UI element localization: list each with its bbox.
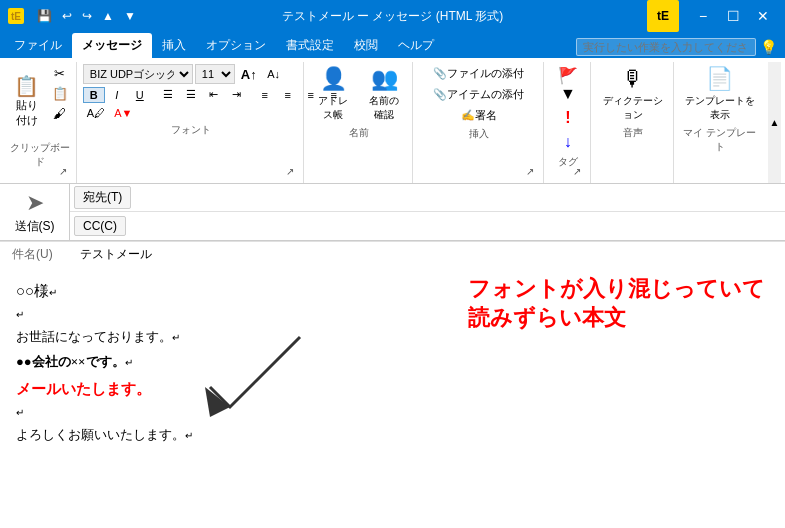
title-bar: tE 💾 ↩ ↪ ▲ ▼ テストメール ー メッセージ (HTML 形式) tE…: [0, 0, 785, 32]
italic-button[interactable]: I: [106, 87, 128, 103]
font-row2: B I U ☰ ☰ ⇤ ⇥ ≡ ≡ ≡ ≡: [83, 86, 299, 103]
cc-button[interactable]: CC(C): [74, 216, 126, 236]
bold-button[interactable]: B: [83, 87, 105, 103]
body-line-2: ●●会社の××です。↵: [16, 352, 769, 373]
tags-controls: 🚩▼ ! ↓: [550, 64, 586, 153]
insert-label: 挿入: [419, 127, 539, 141]
to-field[interactable]: [135, 189, 785, 207]
annotation-arrow: [200, 327, 320, 430]
font-label: フォント: [83, 123, 299, 137]
dictate-icon: 🎙: [622, 66, 644, 92]
increase-font-button[interactable]: A↑: [237, 65, 261, 84]
insert-expand-icon[interactable]: ↗: [526, 166, 540, 180]
names-group: 👤 アドレス帳 👥 名前の確認 名前: [306, 62, 413, 183]
tab-format[interactable]: 書式設定: [276, 33, 344, 58]
quick-access: 💾 ↩ ↪ ▲ ▼: [34, 7, 139, 25]
body-line-4: よろしくお願いいたします。↵: [16, 425, 769, 446]
ribbon-content: 📋 貼り付け ✂ 📋 🖌 クリップボード ↗ BIZ UDPゴシック 11 A↑: [0, 58, 785, 184]
insert-group: 📎 ファイルの添付 📎 アイテムの添付 ✍ 署名 挿入 ↗: [415, 62, 544, 183]
dictate-button[interactable]: 🎙 ディクテーション: [597, 64, 669, 124]
importance-high-button[interactable]: !: [557, 107, 579, 129]
font-group: BIZ UDPゴシック 11 A↑ A↓ B I U ☰ ☰ ⇤ ⇥ ≡ ≡: [79, 62, 304, 183]
save-button[interactable]: 💾: [34, 7, 55, 25]
header-rows: 宛先(T) CC(C): [70, 184, 785, 240]
font-size-select[interactable]: 11: [195, 64, 235, 84]
subject-value: テストメール: [80, 246, 785, 263]
align-center-button[interactable]: ≡: [277, 87, 299, 103]
minimize-button[interactable]: −: [689, 5, 717, 27]
subject-label: 件名(U): [0, 246, 80, 263]
mail-body[interactable]: ○○様↵ ↵ お世話になっております。↵ ●●会社の××です。↵ メールいたしま…: [0, 267, 785, 528]
tab-insert[interactable]: 挿入: [152, 33, 196, 58]
decrease-font-button[interactable]: A↓: [263, 66, 285, 82]
format-painter-button[interactable]: 🖌: [48, 104, 72, 123]
redo-button[interactable]: ↪: [79, 7, 95, 25]
templates-label: マイ テンプレート: [680, 126, 760, 154]
clipboard-expand-icon[interactable]: ↗: [59, 166, 73, 180]
app-icon-text: tE: [11, 11, 21, 22]
font-color-button[interactable]: A▼: [110, 105, 136, 121]
font-row1: BIZ UDPゴシック 11 A↑ A↓: [83, 64, 299, 84]
up-button[interactable]: ▲: [99, 7, 117, 25]
header-area: ➤ 送信(S) 宛先(T) CC(C): [0, 184, 785, 241]
tags-expand-icon[interactable]: ↗: [573, 166, 587, 180]
title-bar-left: tE 💾 ↩ ↪ ▲ ▼: [8, 7, 139, 25]
paste-button[interactable]: 📋 貼り付け: [8, 64, 46, 139]
tab-message[interactable]: メッセージ: [72, 33, 152, 58]
body-line-3: メールいたします。: [16, 377, 769, 401]
increase-indent-button[interactable]: ⇥: [226, 86, 248, 103]
show-templates-button[interactable]: 📄 テンプレートを表示: [680, 64, 760, 124]
search-input[interactable]: [576, 38, 756, 56]
check-names-button[interactable]: 👥 名前の確認: [361, 64, 408, 124]
tags-group: 🚩▼ ! ↓ タグ ↗: [546, 62, 591, 183]
cc-field[interactable]: [130, 217, 785, 235]
ribbon-collapse-button[interactable]: ▲: [768, 62, 781, 183]
bullet-list-button[interactable]: ☰: [157, 86, 179, 103]
attach-file-button[interactable]: 📎 ファイルの添付: [419, 64, 539, 83]
lightbulb-icon: 💡: [760, 39, 777, 55]
font-expand-icon[interactable]: ↗: [286, 166, 300, 180]
flag-button[interactable]: 🚩▼: [550, 64, 586, 105]
names-label: 名前: [310, 126, 408, 140]
copy-button[interactable]: 📋: [48, 84, 72, 103]
importance-low-button[interactable]: ↓: [557, 131, 579, 153]
tab-help[interactable]: ヘルプ: [388, 33, 444, 58]
cut-button[interactable]: ✂: [48, 64, 72, 83]
down-button[interactable]: ▼: [121, 7, 139, 25]
outlook-icon: tE: [647, 0, 679, 32]
ribbon-tabs: ファイル メッセージ 挿入 オプション 書式設定 校閲 ヘルプ 💡: [0, 32, 785, 58]
send-icon: ➤: [26, 190, 44, 216]
voice-group: 🎙 ディクテーション 音声: [593, 62, 674, 183]
body-greeting: ○○様↵: [16, 279, 769, 303]
compose-area: ➤ 送信(S) 宛先(T) CC(C) 件名(U) テストメール ○○様↵ ↵ …: [0, 184, 785, 528]
send-area: ➤ 送信(S): [0, 184, 70, 240]
undo-button[interactable]: ↩: [59, 7, 75, 25]
address-book-button[interactable]: 👤 アドレス帳: [310, 64, 357, 124]
clipboard-small: ✂ 📋 🖌: [48, 64, 72, 139]
to-row: 宛先(T): [70, 184, 785, 212]
templates-group: 📄 テンプレートを表示 マイ テンプレート: [676, 62, 764, 183]
tab-review[interactable]: 校閲: [344, 33, 388, 58]
address-book-icon: 👤: [320, 66, 347, 92]
window-title: テストメール ー メッセージ (HTML 形式): [282, 8, 504, 25]
maximize-button[interactable]: ☐: [719, 5, 747, 27]
highlight-button[interactable]: A🖊: [83, 105, 109, 121]
signature-button[interactable]: ✍ 署名: [419, 106, 539, 125]
decrease-indent-button[interactable]: ⇤: [203, 86, 225, 103]
font-family-select[interactable]: BIZ UDPゴシック: [83, 64, 193, 84]
voice-label: 音声: [597, 126, 669, 140]
to-button[interactable]: 宛先(T): [74, 186, 131, 209]
body-line-1: お世話になっております。↵: [16, 327, 769, 348]
app-icon: tE: [8, 8, 24, 24]
cc-row: CC(C): [70, 212, 785, 240]
numbered-list-button[interactable]: ☰: [180, 86, 202, 103]
attach-item-button[interactable]: 📎 アイテムの添付: [419, 85, 539, 104]
clipboard-group: 📋 貼り付け ✂ 📋 🖌 クリップボード ↗: [4, 62, 77, 183]
close-button[interactable]: ✕: [749, 5, 777, 27]
tab-file[interactable]: ファイル: [4, 33, 72, 58]
tab-options[interactable]: オプション: [196, 33, 276, 58]
align-left-button[interactable]: ≡: [254, 87, 276, 103]
underline-button[interactable]: U: [129, 87, 151, 103]
font-controls: BIZ UDPゴシック 11 A↑ A↓ B I U ☰ ☰ ⇤ ⇥ ≡ ≡: [83, 64, 299, 121]
send-button[interactable]: ➤ 送信(S): [6, 185, 64, 240]
